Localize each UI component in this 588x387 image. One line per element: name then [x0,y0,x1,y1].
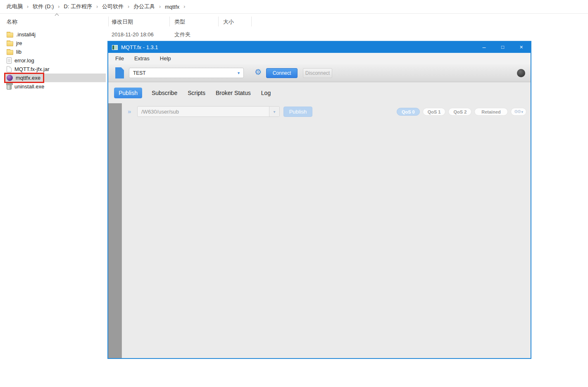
breadcrumb-separator-icon: › [128,4,129,9]
file-entry[interactable]: jre [6,40,24,47]
file-row[interactable]: .install4j2018-11-20 18:06文件夹 [0,30,256,39]
column-divider[interactable] [218,17,219,26]
menu-item-help[interactable]: Help [160,55,171,62]
menu-item-extras[interactable]: Extras [134,55,150,62]
file-name: mqttfx.exe [16,75,40,81]
file-entry[interactable]: MQTT.fx-jfx.jar [6,66,52,73]
breadcrumb-separator-icon: › [96,4,98,9]
log-file-icon [7,57,12,64]
column-divider[interactable] [169,17,170,26]
profile-selected-value: TEST [133,70,146,76]
profile-select[interactable]: TEST ▾ [129,68,244,78]
topic-input[interactable]: /W630/user/sub ▾ [137,106,280,117]
tab-log[interactable]: Log [260,88,271,98]
file-list-header: 名称 修改日期 类型 大小 [0,16,588,26]
breadcrumb-item[interactable]: mqttfx [165,4,179,10]
qos-button-qos-1[interactable]: QoS 1 [423,108,446,116]
uninstall-icon [7,84,12,90]
tab-scripts[interactable]: Scripts [187,88,206,98]
column-header-name[interactable]: 名称 [7,18,17,26]
file-name: uninstall.exe [14,83,44,90]
breadcrumb-item[interactable]: 办公工具 [133,3,155,10]
window-title: MQTT.fx - 1.3.1 [121,44,158,50]
expand-chevrons-icon[interactable]: » [128,108,131,115]
chevron-down-icon: ▾ [521,110,523,114]
folder-icon [7,33,13,38]
topic-dropdown-button[interactable]: ▾ [269,107,279,116]
folder-icon [7,41,13,46]
sort-ascending-icon [55,14,59,18]
publish-button[interactable]: Publish [283,107,312,117]
publish-panel: » /W630/user/sub ▾ Publish QoS 0QoS 1QoS… [122,103,531,121]
column-header-type[interactable]: 类型 [174,18,185,26]
folder-icon [7,50,13,55]
file-entry[interactable]: lib [6,48,24,55]
topic-value: /W630/user/sub [138,109,269,115]
mqttfx-app-window-icon [112,45,118,50]
disconnect-button[interactable]: Disconnect [303,68,332,78]
qos-button-qos-0[interactable]: QoS 0 [397,108,420,116]
window-content: PublishSubscribeScriptsBroker StatusLog … [108,82,531,358]
qos-controls: QoS 0QoS 1QoS 2 Retained ⚙⚙ ▾ [397,108,526,116]
tab-subscribe[interactable]: Subscribe [151,88,178,98]
menu-bar: FileExtrasHelp [108,53,531,64]
file-name: .install4j [16,31,36,38]
breadcrumb-item[interactable]: D: 工作程序 [64,3,92,10]
close-button[interactable]: × [512,42,531,53]
minimize-button[interactable]: – [475,42,493,53]
breadcrumb-separator-icon: › [159,4,161,9]
column-divider[interactable] [251,17,252,26]
profile-file-icon [115,67,124,78]
breadcrumb-separator-icon: › [27,4,29,9]
annotated-file[interactable]: mqttfx.exe [6,74,43,81]
connection-status-indicator [517,69,525,77]
breadcrumb-item[interactable]: 软件 (D:) [33,3,54,10]
column-divider[interactable] [108,17,109,26]
file-name: MQTT.fx-jfx.jar [14,66,50,72]
connection-toolbar: TEST ▾ ⚙ Connect Disconnect [108,64,531,82]
window-controls: – □ × [475,42,531,53]
tab-bar: PublishSubscribeScriptsBroker StatusLog [114,88,271,98]
file-entry[interactable]: error.log [6,57,36,64]
publish-options-button[interactable]: ⚙⚙ ▾ [511,108,526,116]
qos-button-qos-2[interactable]: QoS 2 [448,108,471,116]
breadcrumb: 此电脑›软件 (D:)›D: 工作程序›公司软件›办公工具›mqttfx› [0,0,588,14]
column-header-size[interactable]: 大小 [223,18,234,26]
file-entry[interactable]: uninstall.exe [6,83,46,90]
file-name: lib [16,49,21,55]
maximize-button[interactable]: □ [493,42,512,53]
chevron-down-icon: ▾ [238,71,240,75]
retained-toggle[interactable]: Retained [474,108,507,116]
mqttfx-app-icon [7,75,13,81]
file-type: 文件夹 [174,31,190,38]
titlebar[interactable]: MQTT.fx - 1.3.1 – □ × [108,42,531,53]
menu-item-file[interactable]: File [115,55,124,62]
file-name: error.log [14,57,34,64]
breadcrumb-item[interactable]: 公司软件 [102,3,124,10]
mqttfx-window: MQTT.fx - 1.3.1 – □ × FileExtrasHelp TES… [107,41,531,359]
tab-broker-status[interactable]: Broker Status [215,88,252,98]
collapsed-sidebar[interactable] [108,103,122,358]
file-name: jre [16,40,22,46]
gears-icon: ⚙⚙ [514,109,521,114]
connect-button[interactable]: Connect [266,68,298,78]
jar-file-icon [7,66,12,72]
breadcrumb-separator-icon: › [183,4,185,9]
breadcrumb-separator-icon: › [58,4,60,9]
file-date: 2018-11-20 18:06 [112,31,154,38]
breadcrumb-item[interactable]: 此电脑 [7,3,23,10]
column-header-date[interactable]: 修改日期 [112,18,133,26]
tab-publish[interactable]: Publish [114,88,142,98]
settings-gear-icon[interactable]: ⚙ [255,67,262,76]
file-entry[interactable]: .install4j [6,31,38,38]
